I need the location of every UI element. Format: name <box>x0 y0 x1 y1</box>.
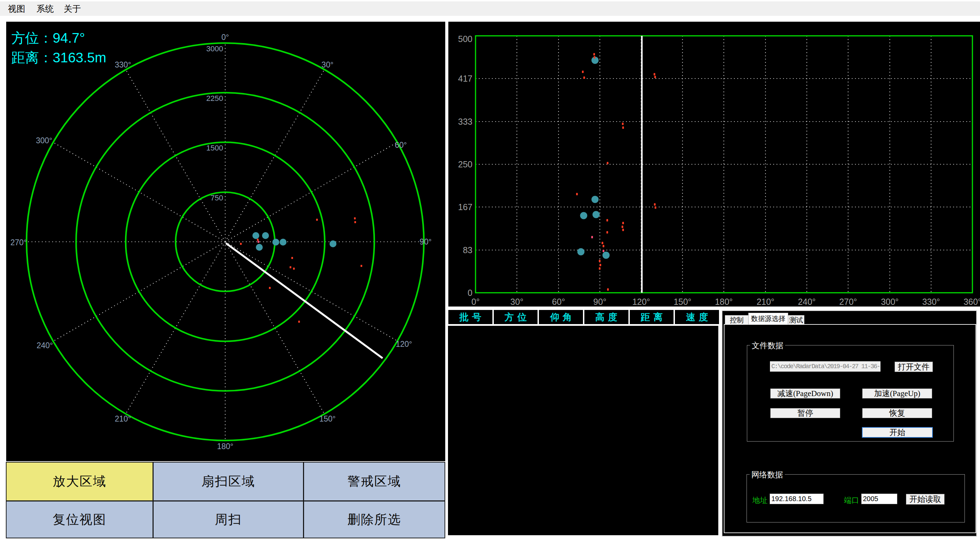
svg-text:30°: 30° <box>510 297 523 307</box>
svg-text:330°: 330° <box>115 60 131 69</box>
svg-text:83: 83 <box>463 245 473 255</box>
svg-text:300°: 300° <box>881 297 899 307</box>
svg-text:150°: 150° <box>673 297 692 307</box>
svg-text:270°: 270° <box>10 238 27 247</box>
svg-text:333: 333 <box>458 117 473 126</box>
svg-text:60°: 60° <box>552 297 565 307</box>
svg-text:90°: 90° <box>420 237 432 246</box>
svg-text:2250: 2250 <box>206 94 223 103</box>
svg-text:500: 500 <box>458 34 473 44</box>
svg-text:60°: 60° <box>395 140 407 149</box>
svg-text:240°: 240° <box>37 341 53 350</box>
svg-text:180°: 180° <box>217 442 234 451</box>
svg-text:250: 250 <box>458 159 473 169</box>
svg-text:167: 167 <box>458 202 473 212</box>
svg-text:0: 0 <box>468 288 473 297</box>
svg-text:150°: 150° <box>319 414 336 423</box>
svg-text:120°: 120° <box>632 297 650 307</box>
svg-text:750: 750 <box>210 194 223 202</box>
svg-text:300°: 300° <box>36 136 52 145</box>
svg-text:3000: 3000 <box>206 45 223 53</box>
svg-text:90°: 90° <box>593 297 606 307</box>
svg-text:120°: 120° <box>396 340 412 348</box>
svg-text:180°: 180° <box>715 297 733 307</box>
svg-text:210°: 210° <box>115 414 131 423</box>
svg-text:30°: 30° <box>321 60 334 69</box>
svg-text:330°: 330° <box>922 297 940 307</box>
svg-text:210°: 210° <box>757 297 775 307</box>
svg-text:1500: 1500 <box>206 144 223 152</box>
svg-text:0°: 0° <box>471 297 480 307</box>
svg-text:0°: 0° <box>221 33 229 42</box>
svg-text:270°: 270° <box>839 297 857 307</box>
svg-text:240°: 240° <box>798 297 816 307</box>
svg-text:417: 417 <box>458 74 473 83</box>
svg-text:360°: 360° <box>964 297 980 307</box>
